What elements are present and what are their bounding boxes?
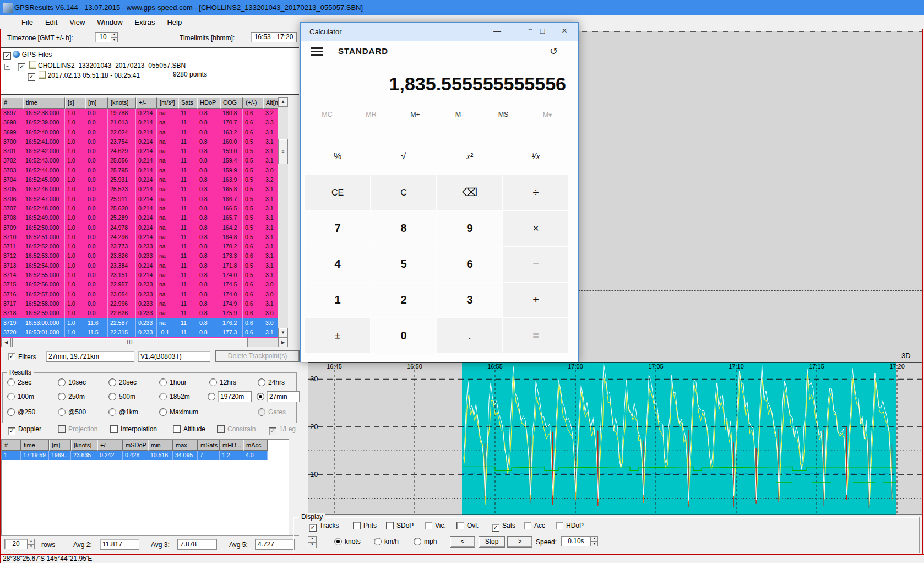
calc-key-ce[interactable]: CE bbox=[305, 175, 370, 210]
menu-extras[interactable]: Extras bbox=[130, 17, 160, 28]
track-row[interactable]: 372016:53:01.0001.011.522.3150.233-0.111… bbox=[1, 328, 278, 337]
column-header-sats[interactable]: Sats bbox=[178, 97, 197, 109]
maximize-button[interactable]: □ bbox=[536, 26, 548, 35]
tree-session-checkbox[interactable]: ✓ bbox=[28, 73, 35, 81]
replay-speed-input[interactable]: 0.10s bbox=[561, 536, 591, 546]
checkbox-interpolation[interactable] bbox=[110, 425, 118, 433]
track-row[interactable]: 370516:52:46.0001.00.025.5230.214na110.8… bbox=[1, 185, 278, 194]
scroll-up-button[interactable]: ▲ bbox=[278, 97, 288, 107]
scroll-right-button[interactable]: ▶ bbox=[278, 338, 288, 347]
track-row[interactable]: 371616:52:57.0001.00.023.0540.233na110.8… bbox=[1, 290, 278, 299]
track-row[interactable]: 371416:52:55.0001.00.023.1510.214na110.8… bbox=[1, 270, 278, 280]
column-header-hdop[interactable]: HDoP bbox=[197, 97, 220, 109]
filters-checkbox[interactable]: ✓ bbox=[8, 353, 15, 360]
radio-maximum[interactable] bbox=[159, 408, 167, 416]
calculator-mode[interactable]: STANDARD bbox=[338, 46, 388, 56]
calc-key--[interactable]: . bbox=[437, 318, 502, 353]
calc-key-4[interactable]: 4 bbox=[305, 247, 370, 282]
scroll-left-button[interactable]: ◀ bbox=[1, 338, 11, 347]
track-row[interactable]: 370316:52:44.0001.00.025.7950.214na110.8… bbox=[1, 166, 278, 175]
column-header-cog[interactable]: COG bbox=[220, 97, 243, 109]
radio-12hrs[interactable] bbox=[209, 378, 217, 386]
speed-chart[interactable]: 16:4516:5016:5517:0017:0517:1017:1517:20… bbox=[308, 362, 922, 515]
firmware-field[interactable]: V1.4(B0803T) bbox=[138, 351, 210, 362]
memory-button-m-[interactable]: M- bbox=[437, 111, 481, 119]
track-row[interactable]: 371216:52:53.0001.00.023.3260.233na110.8… bbox=[1, 251, 278, 261]
menu-file[interactable]: File bbox=[17, 17, 38, 28]
calc-key--x[interactable]: ¹⁄x bbox=[503, 139, 568, 173]
calc-key-c[interactable]: C bbox=[371, 175, 436, 210]
results-column--[interactable]: # bbox=[2, 440, 21, 451]
track-row[interactable]: 370616:52:47.0001.00.025.9110.214na110.8… bbox=[1, 194, 278, 204]
track-row[interactable]: 370816:52:49.0001.00.025.2890.214na110.8… bbox=[1, 213, 278, 223]
checkbox-projection[interactable] bbox=[58, 425, 66, 433]
memory-button-mc[interactable]: MC bbox=[305, 111, 349, 119]
column-header-time[interactable]: time bbox=[23, 97, 65, 109]
track-row[interactable]: 370416:52:45.0001.00.025.9310.214na110.8… bbox=[1, 175, 278, 185]
results-column--m-[interactable]: [m] bbox=[49, 440, 71, 451]
results-column-max[interactable]: max bbox=[173, 440, 198, 451]
menu-help[interactable]: Help bbox=[162, 17, 187, 28]
tree-root-label[interactable]: GPS-Files bbox=[22, 51, 52, 58]
menu-edit[interactable]: Edit bbox=[40, 17, 62, 28]
results-column--[interactable]: +/- bbox=[97, 440, 123, 451]
radio-10sec[interactable] bbox=[58, 378, 66, 386]
checkbox-hdop[interactable] bbox=[556, 522, 563, 529]
tree-file-label[interactable]: CHOLLINS2_133201043_20170213_055057.SBN bbox=[38, 62, 186, 69]
menu-window[interactable]: Window bbox=[92, 17, 127, 28]
minimize-button[interactable]: — bbox=[491, 26, 503, 35]
track-select-spinner[interactable]: ▲▼ bbox=[308, 536, 317, 548]
results-column-mhd-[interactable]: mHD... bbox=[220, 440, 243, 451]
track-row[interactable]: 369716:52:38.0001.00.019.7880.214na110.8… bbox=[1, 109, 278, 118]
delete-trackpoints-button[interactable]: Delete Trackpoint(s) bbox=[215, 350, 300, 362]
calc-key--[interactable]: % bbox=[305, 139, 370, 173]
checkbox-vic-[interactable] bbox=[425, 522, 432, 529]
track-row[interactable]: 370916:52:50.0001.00.024.9780.214na110.8… bbox=[1, 223, 278, 232]
checkbox-tracks[interactable]: ✓ bbox=[309, 524, 317, 532]
track-row[interactable]: 370116:52:42.0001.00.024.6290.214na110.8… bbox=[1, 147, 278, 156]
results-column-msdop[interactable]: mSDoP bbox=[123, 440, 148, 451]
button-stop[interactable]: Stop bbox=[479, 536, 505, 548]
always-on-top-button[interactable]: ↔ bbox=[524, 25, 536, 31]
results-column-time[interactable]: time bbox=[21, 440, 49, 451]
calc-key-9[interactable]: 9 bbox=[437, 211, 502, 246]
checkbox-1-leg[interactable]: ✓ bbox=[269, 427, 276, 435]
close-button[interactable]: × bbox=[558, 25, 570, 36]
radio-mph[interactable] bbox=[414, 538, 421, 545]
results-column--knots-[interactable]: [knots] bbox=[71, 440, 97, 451]
vscroll-thumb[interactable]: ≡ bbox=[278, 139, 288, 164]
tree-file-checkbox[interactable]: ✓ bbox=[18, 63, 25, 71]
column-header--m-[interactable]: [m] bbox=[85, 97, 108, 109]
calc-key--[interactable]: ÷ bbox=[503, 175, 568, 210]
map-3d-label[interactable]: 3D bbox=[901, 351, 911, 360]
calc-key--[interactable]: × bbox=[503, 211, 568, 246]
field-19720m[interactable]: 19720m bbox=[218, 391, 252, 402]
column-header--[interactable]: # bbox=[1, 97, 23, 109]
radio-knots[interactable] bbox=[334, 538, 342, 545]
calc-key-3[interactable]: 3 bbox=[437, 283, 502, 317]
radio-100m[interactable] bbox=[7, 393, 15, 400]
checkbox-pnts[interactable] bbox=[353, 522, 361, 529]
radio-gates[interactable] bbox=[258, 408, 265, 416]
table-vscrollbar[interactable]: ▲ ≡ ▼ bbox=[278, 97, 288, 338]
calc-key-2[interactable]: 2 bbox=[371, 283, 436, 317]
track-row[interactable]: 369916:52:40.0001.00.022.0240.214na110.8… bbox=[1, 128, 278, 137]
radio-1852m[interactable] bbox=[159, 393, 167, 400]
column-header--[interactable]: (+/-) bbox=[243, 97, 263, 109]
replay-speed-spinner[interactable]: ▲▼ bbox=[591, 536, 598, 546]
menu-view[interactable]: View bbox=[64, 17, 90, 28]
radio-500m[interactable] bbox=[108, 393, 116, 400]
hamburger-menu-icon[interactable] bbox=[311, 47, 323, 56]
track-row[interactable]: 370216:52:43.0001.00.025.0560.214na110.8… bbox=[1, 156, 278, 165]
calc-key-x-[interactable]: x² bbox=[437, 139, 502, 173]
column-header--m-s-[interactable]: [m/s²] bbox=[157, 97, 178, 109]
track-row[interactable]: 371816:52:59.0001.00.022.6260.233na110.8… bbox=[1, 308, 278, 318]
timezone-input[interactable]: 10 bbox=[95, 32, 111, 42]
radio--500[interactable] bbox=[58, 408, 66, 416]
radio-250m[interactable] bbox=[58, 393, 66, 400]
radio-20sec[interactable] bbox=[108, 378, 116, 386]
track-row[interactable]: 371716:52:58.0001.00.022.9960.233na110.8… bbox=[1, 299, 278, 308]
calc-key--[interactable]: − bbox=[503, 247, 568, 282]
memory-button-mr[interactable]: MR bbox=[349, 111, 393, 119]
calc-key-5[interactable]: 5 bbox=[371, 247, 436, 282]
